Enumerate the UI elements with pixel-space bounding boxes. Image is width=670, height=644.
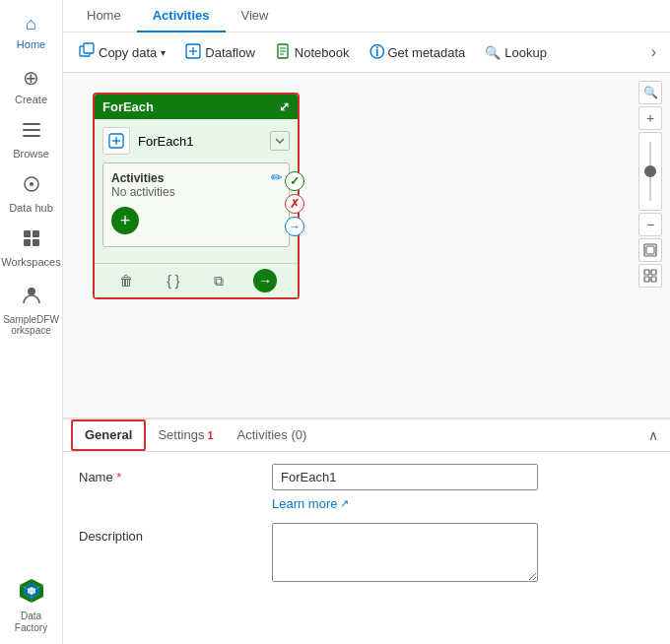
status-check-icon[interactable]: ✓ [285, 171, 304, 191]
bottom-tabs-left: General Settings 1 Activities (0) [71, 419, 318, 451]
svg-rect-1 [23, 129, 40, 131]
svg-point-9 [28, 288, 35, 295]
name-label: Name * [79, 464, 256, 484]
foreach-node: ForEach ⤢ ForEach1 [93, 93, 300, 299]
foreach-inner-sublabel: No activities [111, 185, 281, 199]
copy-data-button[interactable]: Copy data ▾ [71, 38, 173, 66]
foreach-inner-container: Activities No activities ✏ + ✓ ✗ → [102, 162, 290, 247]
datahub-icon [23, 175, 40, 198]
sidebar-item-sample[interactable]: SampleDFW orkspace [4, 278, 59, 342]
name-required: * [116, 470, 121, 484]
bottom-content: Name * Learn more ↗ Description [63, 452, 670, 606]
name-form-row: Name * Learn more ↗ [79, 464, 654, 511]
zoom-thumb [644, 165, 656, 177]
learn-more-link[interactable]: Learn more ↗ [272, 496, 654, 511]
top-tabs: Home Activities View [63, 0, 670, 32]
svg-rect-27 [646, 246, 654, 254]
foreach-expand-icon[interactable]: ⤢ [279, 99, 290, 114]
tab-home[interactable]: Home [71, 0, 137, 32]
sidebar-item-workspaces[interactable]: Workspaces [4, 224, 59, 274]
sidebar-brand[interactable]: Data Factory [0, 567, 62, 644]
zoom-out-button[interactable]: − [638, 213, 662, 236]
tab-view[interactable]: View [226, 0, 285, 32]
sidebar: ⌂ Home ⊕ Create Browse Data hub [0, 0, 63, 644]
svg-rect-29 [651, 270, 656, 275]
svg-rect-2 [23, 135, 40, 137]
settings-badge: 1 [207, 429, 213, 441]
zoom-in-button[interactable]: + [638, 106, 662, 130]
foreach-code-button[interactable]: { } [163, 271, 183, 290]
status-x-icon[interactable]: ✗ [285, 194, 304, 214]
create-icon: ⊕ [23, 66, 39, 90]
notebook-icon [275, 43, 291, 62]
foreach-activity-name: ForEach1 [138, 134, 193, 149]
foreach-title: ForEach [102, 99, 154, 114]
zoom-layout-button[interactable] [638, 264, 662, 288]
foreach-copy-button[interactable]: ⧉ [210, 271, 228, 291]
foreach-status-icons: ✓ ✗ → [285, 171, 304, 236]
data-factory-logo [16, 575, 47, 607]
foreach-activity-row: ForEach1 [102, 127, 290, 155]
sidebar-item-home[interactable]: ⌂ Home [4, 8, 59, 56]
zoom-fit-button[interactable] [638, 238, 662, 262]
tab-settings[interactable]: Settings 1 [146, 419, 225, 452]
zoom-controls: 🔍 + − [638, 81, 662, 288]
zoom-search-button[interactable]: 🔍 [638, 81, 662, 104]
zoom-slider[interactable] [638, 132, 662, 211]
foreach-edit-button[interactable]: ✏ [271, 169, 283, 185]
foreach-body: ForEach1 Activities No activities ✏ + [95, 119, 298, 263]
sidebar-item-datahub[interactable]: Data hub [4, 169, 59, 220]
description-form-row: Description [79, 523, 654, 582]
sidebar-item-browse[interactable]: Browse [4, 115, 59, 165]
foreach-activity-icon [102, 127, 130, 155]
get-metadata-button[interactable]: ⓘ Get metadata [362, 39, 474, 66]
tab-activities[interactable]: Activities [137, 0, 226, 32]
tab-activities-panel[interactable]: Activities (0) [226, 419, 319, 452]
sample-icon [21, 284, 42, 310]
zoom-track [649, 142, 651, 201]
lookup-label: Lookup [504, 45, 547, 60]
copy-data-icon [79, 42, 95, 62]
description-textarea[interactable] [272, 523, 538, 582]
foreach-inner-expand-button[interactable] [270, 131, 290, 151]
notebook-label: Notebook [295, 45, 350, 60]
foreach-add-activity-button[interactable]: + [111, 207, 139, 234]
name-field-group: Learn more ↗ [272, 464, 654, 511]
svg-rect-8 [33, 239, 39, 246]
svg-rect-5 [24, 230, 31, 237]
description-label: Description [79, 523, 256, 544]
canvas-area[interactable]: ForEach ⤢ ForEach1 [63, 73, 670, 418]
bottom-panel-collapse-button[interactable]: ∧ [644, 423, 662, 447]
browse-icon [23, 121, 40, 144]
lookup-button[interactable]: 🔍 Lookup [477, 41, 555, 64]
brand-label: Data Factory [4, 611, 58, 634]
sample-label: SampleDFW orkspace [3, 314, 59, 336]
dataflow-label: Dataflow [205, 45, 255, 60]
toolbar-more-button[interactable]: › [645, 39, 662, 65]
copy-data-label: Copy data [99, 45, 157, 60]
external-link-icon: ↗ [340, 497, 349, 510]
get-metadata-label: Get metadata [388, 45, 466, 60]
notebook-button[interactable]: Notebook [267, 39, 358, 66]
tab-general[interactable]: General [71, 419, 146, 451]
sidebar-item-create[interactable]: ⊕ Create [4, 60, 59, 111]
home-icon: ⌂ [26, 14, 36, 34]
status-arrow-icon[interactable]: → [285, 217, 304, 236]
svg-point-4 [30, 182, 34, 186]
svg-rect-7 [24, 239, 31, 246]
lookup-icon: 🔍 [485, 45, 501, 60]
svg-rect-31 [651, 277, 656, 282]
foreach-next-button[interactable]: → [253, 269, 277, 292]
dataflow-button[interactable]: Dataflow [177, 39, 263, 66]
get-metadata-icon: ⓘ [369, 43, 384, 62]
svg-rect-15 [84, 43, 94, 53]
foreach-header: ForEach ⤢ [95, 95, 298, 119]
toolbar: Copy data ▾ Dataflow [63, 32, 670, 73]
workspaces-icon [23, 229, 40, 252]
copy-data-dropdown-icon: ▾ [161, 47, 166, 58]
foreach-delete-button[interactable]: 🗑 [115, 271, 137, 290]
dataflow-icon [185, 43, 201, 62]
name-input[interactable] [272, 464, 538, 490]
foreach-inner-label: Activities [111, 171, 281, 185]
bottom-tabs: General Settings 1 Activities (0) ∧ [63, 419, 670, 452]
